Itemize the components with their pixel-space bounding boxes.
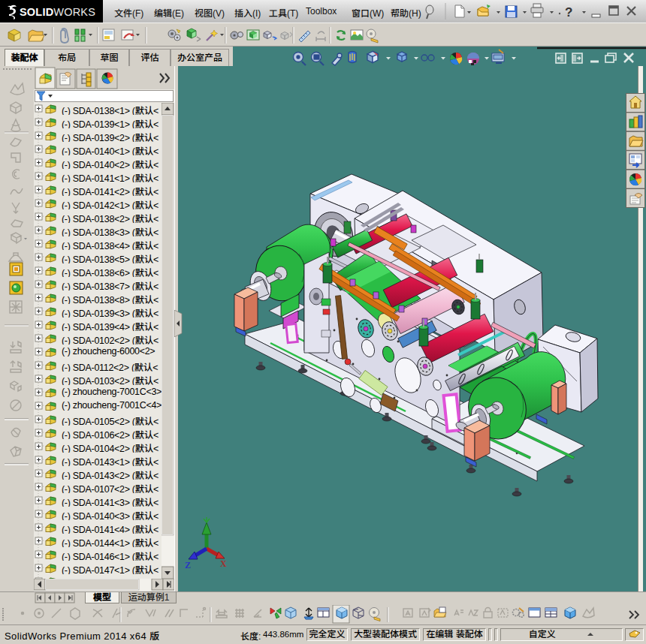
- svg-text:X: X: [220, 558, 227, 569]
- svg-text:Z: Z: [185, 560, 191, 570]
- svg-text:?: ?: [565, 5, 572, 20]
- svg-text:SOLIDWORKS: SOLIDWORKS: [20, 6, 95, 18]
